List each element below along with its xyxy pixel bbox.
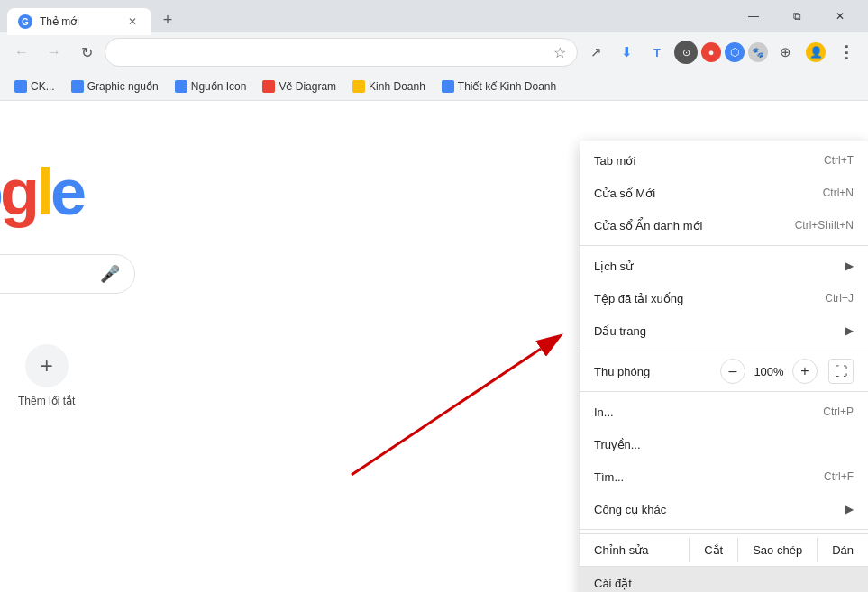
menu-item-more-tools-arrow: ▶ [845, 503, 854, 515]
menu-item-find-shortcut: Ctrl+F [824, 470, 854, 483]
active-tab[interactable]: G Thẻ mới ✕ [7, 8, 151, 35]
zoom-minus-button[interactable]: – [720, 359, 745, 384]
menu-item-downloads[interactable]: Tệp đã tải xuống Ctrl+J [580, 282, 868, 314]
menu-item-incognito[interactable]: Cửa sổ Ẩn danh mới Ctrl+Shift+N [580, 209, 868, 241]
tab-favicon: G [18, 14, 32, 29]
add-shortcut-plus-icon: + [41, 353, 53, 378]
title-bar: G Thẻ mới ✕ + — ⧉ ✕ [0, 0, 868, 32]
microphone-icon[interactable]: 🎤 [100, 264, 120, 284]
toolbar-extensions: ↗ ⬇ T ⊙ ● ⬡ 🐾 ⊕ 👤 ⋮ [581, 38, 861, 67]
history-icon[interactable]: ⊙ [674, 41, 698, 64]
svg-line-1 [352, 349, 541, 475]
menu-item-print[interactable]: In... Ctrl+P [580, 396, 868, 428]
maximize-button[interactable]: ⧉ [776, 0, 818, 32]
bookmark-favicon-icon [175, 80, 187, 93]
menu-item-history-arrow: ▶ [845, 260, 854, 272]
tab-close-button[interactable]: ✕ [124, 14, 141, 30]
bookmark-star-icon[interactable]: ☆ [553, 44, 566, 61]
menu-item-new-window[interactable]: Cửa sổ Mới Ctrl+N [580, 177, 868, 209]
zoom-plus-button[interactable]: + [792, 359, 818, 384]
refresh-button[interactable]: ↻ [72, 38, 101, 67]
bookmarks-bar: CK... Graphic nguồn Nguồn Icon Vẽ Diagra… [0, 72, 868, 101]
menu-item-bookmarks[interactable]: Dấu trang ▶ [580, 314, 868, 347]
new-tab-button[interactable]: + [155, 7, 180, 32]
zoom-label: Thu phóng [594, 365, 720, 378]
translate-icon[interactable]: T [643, 38, 672, 67]
bookmark-kinhdoanh[interactable]: Kinh Doanh [345, 77, 433, 96]
menu-item-find[interactable]: Tìm... Ctrl+F [580, 460, 868, 493]
search-placeholder: o một URL [0, 267, 93, 281]
cut-button[interactable]: Cắt [689, 538, 737, 562]
menu-item-new-tab-shortcut: Ctrl+T [824, 154, 854, 167]
tab-title: Thẻ mới [40, 15, 117, 28]
more-menu-button[interactable]: ⋮ [832, 38, 861, 67]
paw-icon[interactable]: 🐾 [748, 42, 768, 62]
fullscreen-button[interactable]: ⛶ [828, 359, 854, 384]
menu-item-downloads-label: Tệp đã tải xuống [594, 292, 810, 305]
edit-label: Chỉnh sửa [580, 543, 689, 557]
download-icon[interactable]: ⬇ [612, 38, 641, 67]
bookmark-label-graphic: Graphic nguồn [87, 80, 159, 93]
extensions-icon[interactable]: ⊕ [771, 38, 799, 67]
page-content: ogle o một URL 🎤 + Thêm lối tắt Tab mới … [0, 101, 868, 592]
back-button[interactable]: ← [7, 38, 36, 67]
menu-item-downloads-shortcut: Ctrl+J [825, 292, 854, 305]
search-bar[interactable]: o một URL 🎤 [0, 254, 135, 294]
menu-item-more-tools[interactable]: Công cụ khác ▶ [580, 493, 868, 525]
bookmark-favicon-ck [14, 80, 27, 93]
add-shortcut-circle[interactable]: + [25, 344, 69, 387]
menu-divider-4 [580, 529, 868, 530]
bookmark-label-ck: CK... [31, 80, 55, 93]
forward-button[interactable]: → [40, 38, 69, 67]
browser-frame: G Thẻ mới ✕ + — ⧉ ✕ ← → ↻ ☆ ↗ ⬇ T [0, 0, 868, 592]
bookmark-favicon-thietke [442, 80, 454, 93]
zoom-value: 100% [753, 365, 785, 378]
bookmark-graphic[interactable]: Graphic nguồn [64, 77, 166, 96]
menu-item-cast[interactable]: Truyền... [580, 428, 868, 460]
zoom-row: Thu phóng – 100% + ⛶ [580, 355, 868, 387]
menu-item-new-window-label: Cửa sổ Mới [594, 187, 809, 200]
menu-item-incognito-label: Cửa sổ Ẩn danh mới [594, 219, 781, 232]
avatar-icon[interactable]: 👤 [801, 38, 830, 67]
toolbar: ← → ↻ ☆ ↗ ⬇ T ⊙ ● ⬡ 🐾 ⊕ 👤 [0, 32, 868, 72]
menu-item-new-window-shortcut: Ctrl+N [823, 187, 854, 199]
bookmark-diagram[interactable]: Vẽ Diagram [255, 77, 343, 96]
red-arrow [333, 322, 568, 484]
menu-item-print-label: In... [594, 405, 809, 419]
bookmark-label-icon: Nguồn Icon [191, 80, 247, 93]
menu-item-settings[interactable]: Cài đặt [580, 567, 868, 592]
zoom-controls: – 100% + ⛶ [720, 359, 854, 384]
bookmark-ck[interactable]: CK... [7, 77, 62, 96]
bookmark-favicon-diagram [262, 80, 275, 93]
add-shortcut[interactable]: + Thêm lối tắt [18, 344, 75, 407]
menu-item-new-tab-label: Tab mới [594, 154, 809, 168]
menu-item-bookmarks-arrow: ▶ [845, 324, 854, 337]
menu-item-history-label: Lịch sử [594, 260, 838, 273]
add-shortcut-label: Thêm lối tắt [18, 395, 75, 407]
context-menu: Tab mới Ctrl+T Cửa sổ Mới Ctrl+N Cửa sổ … [580, 141, 868, 592]
menu-item-settings-label: Cài đặt [594, 577, 854, 590]
menu-item-incognito-shortcut: Ctrl+Shift+N [795, 219, 854, 232]
bookmark-thietke[interactable]: Thiết kế Kinh Doanh [434, 77, 563, 96]
copy-button[interactable]: Sao chép [737, 538, 817, 562]
pokeball-icon[interactable]: ● [701, 42, 721, 62]
minimize-button[interactable]: — [733, 0, 774, 32]
menu-item-bookmarks-label: Dấu trang [594, 324, 838, 338]
paste-button[interactable]: Dán [817, 538, 868, 562]
bookmark-icon[interactable]: Nguồn Icon [168, 77, 254, 96]
logo-l: l [36, 156, 50, 228]
menu-item-history[interactable]: Lịch sử ▶ [580, 250, 868, 282]
share-icon[interactable]: ↗ [581, 38, 610, 67]
close-button[interactable]: ✕ [819, 0, 861, 32]
menu-item-cast-label: Truyền... [594, 438, 854, 451]
menu-item-new-tab[interactable]: Tab mới Ctrl+T [580, 144, 868, 177]
bookmark-label-diagram: Vẽ Diagram [279, 80, 336, 93]
google-logo: ogle [0, 155, 83, 229]
address-bar[interactable]: ☆ [105, 38, 578, 67]
shield-icon[interactable]: ⬡ [725, 42, 745, 62]
menu-divider-2 [580, 351, 868, 351]
bookmark-favicon-graphic [71, 80, 84, 93]
menu-divider-1 [580, 245, 868, 246]
edit-row: Chỉnh sửa Cắt Sao chép Dán [580, 533, 868, 567]
menu-divider-3 [580, 391, 868, 392]
